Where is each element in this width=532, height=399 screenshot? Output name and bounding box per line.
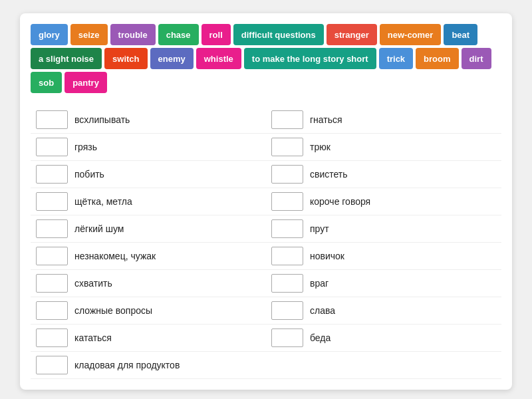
match-label-right-5: новичок <box>310 251 344 261</box>
answer-box-left-4[interactable] <box>36 219 68 238</box>
word-chip-chase[interactable]: chase <box>158 24 199 45</box>
word-chip-stranger[interactable]: stranger <box>327 24 377 45</box>
match-label-right-6: враг <box>310 278 329 289</box>
match-row-right-4: прут <box>266 215 501 243</box>
match-label-right-4: прут <box>310 223 329 234</box>
match-row-left-8: кататься <box>31 325 266 352</box>
word-chip-dirt[interactable]: dirt <box>462 48 491 69</box>
answer-box-right-8[interactable] <box>271 329 303 347</box>
answer-box-right-4[interactable] <box>271 219 303 238</box>
word-bank: gloryseizetroublechaserolldifficult ques… <box>31 24 501 93</box>
match-row-right-5: новичок <box>266 243 501 270</box>
answer-box-left-9[interactable] <box>36 356 68 374</box>
answer-box-left-3[interactable] <box>36 192 68 211</box>
match-row-right-8: беда <box>266 325 501 352</box>
answer-box-right-2[interactable] <box>271 165 303 184</box>
match-row-left-5: незнакомец, чужак <box>31 243 266 270</box>
word-chip-enemy[interactable]: enemy <box>150 48 194 69</box>
word-chip-switch[interactable]: switch <box>104 48 147 69</box>
answer-box-right-0[interactable] <box>271 110 303 129</box>
match-row-right-3: короче говоря <box>266 188 501 215</box>
match-row-right-7: слава <box>266 297 501 325</box>
word-chip-roll[interactable]: roll <box>201 24 231 45</box>
word-chip-new-comer[interactable]: new-comer <box>380 24 442 45</box>
word-chip-whistle[interactable]: whistle <box>196 48 241 69</box>
match-row-left-7: сложные вопросы <box>31 297 266 325</box>
match-label-left-8: кататься <box>74 332 112 343</box>
match-label-right-2: свистеть <box>310 169 348 180</box>
answer-box-left-8[interactable] <box>36 329 68 347</box>
match-label-right-1: трюк <box>310 142 331 152</box>
match-row-left-2: побить <box>31 161 266 188</box>
match-label-left-6: схватить <box>74 278 112 289</box>
match-row-right-2: свистеть <box>266 161 501 188</box>
answer-box-left-1[interactable] <box>36 138 68 156</box>
match-label-left-7: сложные вопросы <box>74 305 152 316</box>
answer-box-right-5[interactable] <box>271 247 303 265</box>
word-chip-seize[interactable]: seize <box>70 24 108 45</box>
match-row-left-3: щётка, метла <box>31 188 266 215</box>
match-label-left-0: всхлипывать <box>74 114 130 125</box>
match-label-left-3: щётка, метла <box>74 196 132 207</box>
match-row-left-1: грязь <box>31 134 266 161</box>
word-chip-pantry[interactable]: pantry <box>65 72 107 93</box>
word-chip-long-story-short[interactable]: to make the long story short <box>244 48 376 69</box>
match-row-left-4: лёгкий шум <box>31 215 266 243</box>
match-label-left-9: кладовая для продуктов <box>74 360 180 370</box>
match-label-right-0: гнаться <box>310 114 342 125</box>
match-label-right-3: короче говоря <box>310 196 370 207</box>
match-label-left-5: незнакомец, чужак <box>74 251 156 261</box>
match-row-left-0: всхлипывать <box>31 106 266 134</box>
match-label-right-7: слава <box>310 305 335 316</box>
answer-box-right-1[interactable] <box>271 138 303 156</box>
answer-box-right-3[interactable] <box>271 192 303 211</box>
main-container: gloryseizetroublechaserolldifficult ques… <box>20 13 512 390</box>
match-label-left-2: побить <box>74 169 104 180</box>
answer-box-left-5[interactable] <box>36 247 68 265</box>
match-row-right-6: враг <box>266 270 501 297</box>
word-chip-trouble[interactable]: trouble <box>110 24 156 45</box>
match-row-right-0: гнаться <box>266 106 501 134</box>
match-label-left-4: лёгкий шум <box>74 223 124 234</box>
word-chip-glory[interactable]: glory <box>31 24 68 45</box>
answer-box-left-2[interactable] <box>36 165 68 184</box>
answer-box-right-6[interactable] <box>271 274 303 293</box>
matching-area: всхлипыватьгнатьсягрязьтрюкпобитьсвистет… <box>31 106 501 379</box>
answer-box-left-0[interactable] <box>36 110 68 129</box>
match-label-right-8: беда <box>310 332 331 343</box>
answer-box-left-7[interactable] <box>36 301 68 320</box>
match-row-left-6: схватить <box>31 270 266 297</box>
match-row-right-9 <box>266 352 501 379</box>
word-chip-difficult-questions[interactable]: difficult questions <box>233 24 324 45</box>
match-row-right-1: трюк <box>266 134 501 161</box>
word-chip-sob[interactable]: sob <box>31 72 62 93</box>
word-chip-broom[interactable]: broom <box>416 48 458 69</box>
word-chip-a-slight-noise[interactable]: a slight noise <box>31 48 102 69</box>
match-label-left-1: грязь <box>74 142 97 152</box>
word-chip-trick[interactable]: trick <box>379 48 413 69</box>
answer-box-right-7[interactable] <box>271 301 303 320</box>
answer-box-left-6[interactable] <box>36 274 68 293</box>
word-chip-beat[interactable]: beat <box>444 24 477 45</box>
match-row-left-9: кладовая для продуктов <box>31 352 266 379</box>
